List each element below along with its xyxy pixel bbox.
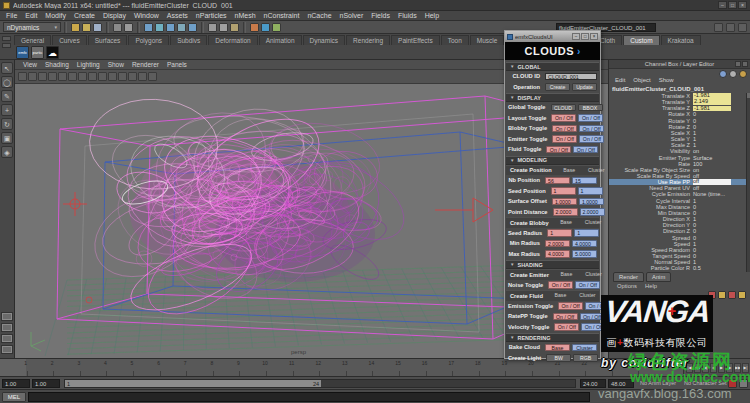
image-plane-icon[interactable] xyxy=(58,72,67,81)
shelf-tab-rendering[interactable]: Rendering xyxy=(346,35,390,45)
shelf-menu-icon[interactable] xyxy=(2,36,11,41)
menu-fluids[interactable]: Fluids xyxy=(394,12,421,19)
undo-icon[interactable] xyxy=(113,23,122,32)
new-layer-from-selected-icon[interactable] xyxy=(718,291,726,299)
base-button[interactable]: BW xyxy=(546,354,571,362)
select-tool-icon[interactable]: ↖ xyxy=(1,62,13,74)
window-titlebar[interactable]: Autodesk Maya 2011 x64: untitled* --- fl… xyxy=(0,0,750,11)
single-pane-layout-icon[interactable] xyxy=(1,312,13,321)
snap-view-plane-icon[interactable] xyxy=(177,23,186,32)
cluster-button[interactable]: On / Off xyxy=(579,135,604,143)
construction-history-icon[interactable] xyxy=(230,23,239,32)
particles-shelf-icon[interactable]: partic xyxy=(31,46,44,59)
menu-nparticles[interactable]: nParticles xyxy=(192,12,231,19)
cluster-value-field[interactable]: 15 xyxy=(572,177,597,185)
menu-file[interactable]: File xyxy=(2,12,21,19)
snap-point-icon[interactable] xyxy=(166,23,175,32)
channel-value[interactable]: None (time... xyxy=(693,191,725,197)
render-view-icon[interactable] xyxy=(250,23,259,32)
shelf-tab-surfaces[interactable]: Surfaces xyxy=(88,35,128,45)
channel-box-menu-object[interactable]: Object xyxy=(629,77,654,83)
move-tool-icon[interactable]: + xyxy=(1,104,13,116)
cluster-button[interactable]: On / Off xyxy=(578,114,603,122)
shelf-tab-polygons[interactable]: Polygons xyxy=(128,35,169,45)
menu-set-dropdown[interactable]: nDynamics ▾ xyxy=(3,22,61,32)
base-value-field[interactable]: 2.0000 xyxy=(545,240,570,248)
emfx-shelf-icon[interactable]: emfx xyxy=(16,46,29,59)
cluster-button[interactable]: BBOX xyxy=(578,104,603,112)
four-pane-layout-icon[interactable] xyxy=(1,323,13,332)
snap-object-icon[interactable] xyxy=(188,23,197,32)
base-button[interactable]: On / Off xyxy=(553,313,578,321)
menu-assets[interactable]: Assets xyxy=(163,12,192,19)
base-button[interactable]: Base xyxy=(545,344,570,352)
section-header-shading[interactable]: ▼SHADING xyxy=(506,260,599,269)
new-scene-icon[interactable] xyxy=(71,23,80,32)
safe-title-icon[interactable] xyxy=(148,72,157,81)
section-header-modeling[interactable]: ▼MODELING xyxy=(506,156,599,165)
section-header-global[interactable]: ▼GLOBAL xyxy=(506,62,599,71)
minimize-panel-icon[interactable]: – xyxy=(572,33,580,40)
channel-box-scrollbar[interactable] xyxy=(746,93,750,272)
cluster-value-field[interactable]: 4.0000 xyxy=(572,240,597,248)
base-button[interactable]: On / Off xyxy=(552,135,577,143)
shelf-side-buttons[interactable] xyxy=(2,36,11,58)
base-button[interactable]: On / Off xyxy=(554,323,579,331)
layer-editor-tab-render[interactable]: Render xyxy=(613,272,644,282)
base-value-field[interactable]: 56 xyxy=(545,177,570,185)
layer-editor-menu-help[interactable]: Help xyxy=(641,283,661,289)
shelf-tab-deformation[interactable]: Deformation xyxy=(208,35,257,45)
close-panel-icon[interactable]: × xyxy=(590,33,598,40)
base-button[interactable]: CLOUD xyxy=(551,104,576,112)
menu-window[interactable]: Window xyxy=(130,12,163,19)
mel-toggle-button[interactable]: MEL xyxy=(2,392,26,402)
cluster-button[interactable]: On / Off xyxy=(579,125,604,133)
channel-value[interactable]: 0.5 xyxy=(693,265,701,271)
menu-display[interactable]: Display xyxy=(99,12,130,19)
menu-edit[interactable]: Edit xyxy=(21,12,41,19)
menu-nmesh[interactable]: nMesh xyxy=(231,12,260,19)
persp-outliner-layout-icon[interactable] xyxy=(1,334,13,343)
channel-box-menu-show[interactable]: Show xyxy=(655,77,678,83)
menu-nconstraint[interactable]: nConstraint xyxy=(260,12,304,19)
base-button[interactable]: On / Off xyxy=(546,146,571,154)
film-gate-icon[interactable] xyxy=(98,72,107,81)
pane-corner-icons[interactable] xyxy=(735,61,748,67)
minimize-window-icon[interactable]: – xyxy=(718,1,727,9)
viewport-menu-panels[interactable]: Panels xyxy=(163,61,191,68)
range-slider-track[interactable]: 1 24 xyxy=(64,379,576,388)
shelf-tab-custom[interactable]: Custom xyxy=(623,35,659,45)
range-slider-handle[interactable]: 1 24 xyxy=(65,380,321,387)
2d-pan-zoom-icon[interactable] xyxy=(68,72,77,81)
base-value-field[interactable]: 1.0000 xyxy=(552,198,577,206)
shelf-arrow-icon[interactable] xyxy=(2,43,11,48)
paint-select-tool-icon[interactable]: ✎ xyxy=(1,90,13,102)
viewport-menu-show[interactable]: Show xyxy=(104,61,128,68)
save-scene-icon[interactable] xyxy=(93,23,102,32)
maximize-panel-icon[interactable]: □ xyxy=(581,33,589,40)
cluster-value-field[interactable]: 1 xyxy=(578,187,603,195)
cluster-value-field[interactable]: 1 xyxy=(574,229,599,237)
redo-icon[interactable] xyxy=(124,23,133,32)
cluster-button[interactable]: On / Off xyxy=(573,146,598,154)
shelf-tab-dynamics[interactable]: Dynamics xyxy=(303,35,346,45)
grease-pencil-icon[interactable] xyxy=(78,72,87,81)
base-value-field[interactable]: 2.0000 xyxy=(553,208,578,216)
cluster-button[interactable]: On / Off xyxy=(575,281,600,289)
base-button[interactable]: On / Off xyxy=(551,114,576,122)
rotate-tool-icon[interactable]: ↻ xyxy=(1,118,13,130)
shelf-tab-toon[interactable]: Toon xyxy=(441,35,469,45)
menu-create[interactable]: Create xyxy=(70,12,99,19)
input-connections-icon[interactable] xyxy=(208,23,217,32)
selected-node-name[interactable]: fluidEmitterCluster_CLOUD_001 xyxy=(612,86,742,92)
manip-update-icon[interactable] xyxy=(719,70,727,78)
viewport-menu-view[interactable]: View xyxy=(19,61,41,68)
close-window-icon[interactable]: × xyxy=(738,1,747,9)
lasso-tool-icon[interactable]: ◯ xyxy=(1,76,13,88)
shelf-tab-painteffects[interactable]: PaintEffects xyxy=(391,35,440,45)
hypergraph-layout-icon[interactable] xyxy=(1,345,13,354)
shelf-tab-krakatoa[interactable]: Krakatoa xyxy=(661,35,701,45)
scale-tool-icon[interactable]: ▣ xyxy=(1,132,13,144)
show-tool-settings-icon[interactable] xyxy=(726,23,735,32)
shelf-tab-subdivs[interactable]: Subdivs xyxy=(170,35,207,45)
